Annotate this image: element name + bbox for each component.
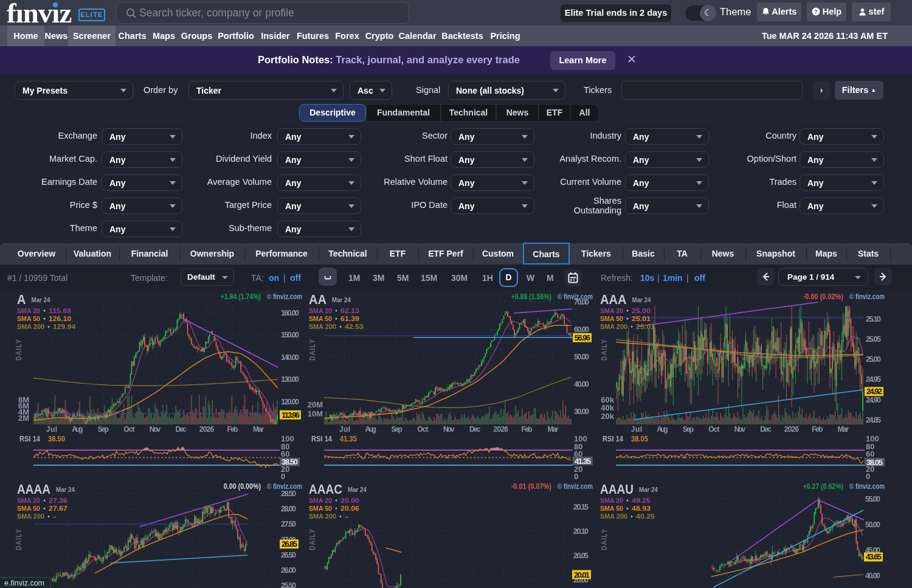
svg-text:2026: 2026 [199,425,215,434]
svg-text:27.50: 27.50 [281,520,296,528]
svg-text:AAA: AAA [600,292,627,307]
svg-text:-0.00 (0.02%): -0.00 (0.02%) [803,292,843,301]
svg-text:0: 0 [866,472,870,481]
svg-text:DAILY: DAILY [308,339,317,361]
svg-text:Dec: Dec [175,425,187,434]
svg-text:20.10: 20.10 [573,527,589,536]
svg-text:120.00: 120.00 [281,398,299,406]
svg-text:115.69: 115.69 [49,307,71,314]
svg-text:2026: 2026 [784,425,800,434]
svg-text:20M: 20M [308,400,323,409]
svg-text:28.00: 28.00 [281,505,296,513]
svg-text:Mar 24: Mar 24 [56,486,75,493]
svg-text:-: - [345,513,348,520]
svg-text:Jul: Jul [339,425,350,434]
svg-text:Sep: Sep [392,425,402,434]
svg-text:Mar: Mar [253,425,264,434]
svg-text:Mar 24: Mar 24 [332,296,351,303]
svg-text:30.00: 30.00 [574,407,589,416]
svg-text:DAILY: DAILY [308,528,317,550]
svg-text:38.05: 38.05 [866,458,883,467]
svg-text:DAILY: DAILY [599,339,609,361]
svg-text:24.92: 24.92 [866,387,882,396]
svg-text:Dec: Dec [760,425,772,434]
svg-text:160.00: 160.00 [281,309,299,317]
svg-text:Mar 24: Mar 24 [632,296,652,303]
svg-text:Feb: Feb [812,425,823,434]
svg-text:25.00: 25.00 [632,307,651,314]
svg-text:Feb: Feb [227,425,238,434]
svg-text:Nov: Nov [734,425,746,434]
svg-text:50.00: 50.00 [865,521,880,529]
svg-text:61.39: 61.39 [340,315,359,322]
svg-text:27.36: 27.36 [49,497,67,504]
svg-text:42.53: 42.53 [345,323,364,330]
svg-text:20k: 20k [601,412,614,421]
svg-text:-: - [53,513,57,520]
svg-text:© finviz.com: © finviz.com [267,292,302,301]
svg-text:?: ? [814,8,818,15]
svg-text:SMA 200: SMA 200 [600,323,627,330]
svg-text:62.13: 62.13 [340,307,359,314]
svg-text:© finviz.com: © finviz.com [267,482,302,491]
svg-text:20.00: 20.00 [340,497,359,504]
svg-text:28.50: 28.50 [281,489,296,498]
svg-text:-0.01 (0.07%): -0.01 (0.07%) [511,482,551,491]
svg-text:38.50: 38.50 [48,435,65,443]
svg-text:SMA 20: SMA 20 [309,497,332,504]
svg-text:© finviz.com: © finviz.com [558,292,593,301]
svg-text:Mar: Mar [838,425,849,434]
svg-text:+1.94 (1.74%): +1.94 (1.74%) [221,292,261,301]
svg-text:48.93: 48.93 [632,505,651,512]
svg-text:A: A [17,292,26,307]
svg-text:140.00: 140.00 [281,353,299,362]
svg-text:Dec: Dec [469,425,481,434]
svg-text:26.85: 26.85 [282,539,297,548]
svg-text:SMA 20: SMA 20 [17,307,40,314]
svg-text:Aug: Aug [365,425,376,434]
svg-text:20.15: 20.15 [573,503,589,511]
svg-text:Mar 24: Mar 24 [32,296,51,303]
svg-text:26.50: 26.50 [281,551,296,559]
svg-text:27.67: 27.67 [49,505,67,512]
svg-text:SMA 200: SMA 200 [309,513,336,520]
svg-text:130.00: 130.00 [281,375,299,384]
svg-text:25.01: 25.01 [632,315,651,322]
svg-text:0: 0 [281,472,285,481]
svg-text:SMA 20: SMA 20 [600,497,623,504]
svg-text:© finviz.com: © finviz.com [849,482,885,491]
svg-text:56.96: 56.96 [575,333,590,342]
svg-text:24.90: 24.90 [866,396,881,404]
svg-text:SMA 20: SMA 20 [600,307,623,314]
svg-text:SMA 20: SMA 20 [309,307,332,314]
svg-text:55.00: 55.00 [865,495,880,503]
svg-text:25.50: 25.50 [281,581,296,588]
svg-text:10M: 10M [308,409,323,418]
svg-text:20.06: 20.06 [340,505,359,512]
svg-text:SMA 200: SMA 200 [17,513,44,520]
svg-text:Aug: Aug [657,425,668,434]
svg-text:AAAU: AAAU [600,482,634,497]
svg-text:© finviz.com: © finviz.com [849,292,885,301]
svg-text:SMA 20: SMA 20 [17,497,40,504]
svg-text:0.00 (0.00%): 0.00 (0.00%) [224,482,261,491]
svg-text:38.50: 38.50 [282,457,298,466]
svg-text:41.35: 41.35 [575,457,591,466]
svg-text:Nov: Nov [443,425,455,434]
svg-text:40.00: 40.00 [865,572,880,580]
svg-text:Sep: Sep [98,425,109,434]
svg-text:SMA 50: SMA 50 [309,505,332,512]
svg-text:49.25: 49.25 [632,497,651,504]
svg-text:24.95: 24.95 [866,375,881,384]
svg-text:SMA 50: SMA 50 [600,505,623,512]
svg-text:AA: AA [309,292,326,307]
svg-text:20.05: 20.05 [573,552,589,560]
svg-text:SMA 50: SMA 50 [309,315,332,322]
svg-text:SMA 200: SMA 200 [309,323,336,330]
svg-text:Mar: Mar [547,425,559,434]
svg-text:Mar 24: Mar 24 [639,486,658,493]
svg-text:2M: 2M [18,413,29,423]
svg-text:+0.27 (0.62%): +0.27 (0.62%) [803,482,843,491]
svg-text:SMA 50: SMA 50 [17,315,40,322]
svg-text:Sep: Sep [683,425,694,434]
